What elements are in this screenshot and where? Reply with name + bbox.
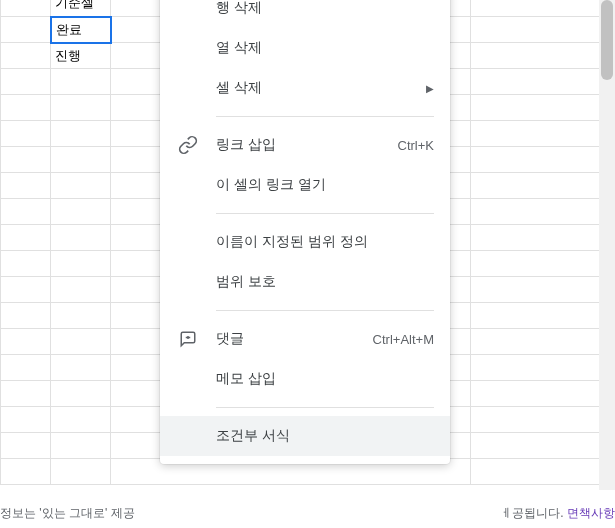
menu-item-protect-range[interactable]: 범위 보호 bbox=[160, 262, 450, 302]
selected-cell[interactable]: 완료 bbox=[51, 17, 111, 43]
menu-label: 메모 삽입 bbox=[216, 370, 434, 388]
menu-divider bbox=[216, 116, 434, 117]
row-header[interactable] bbox=[1, 0, 51, 17]
menu-label: 열 삭제 bbox=[216, 39, 434, 57]
row-header[interactable] bbox=[1, 95, 51, 121]
row-header[interactable] bbox=[1, 381, 51, 407]
cell[interactable] bbox=[471, 17, 600, 43]
menu-divider bbox=[216, 407, 434, 408]
cell[interactable]: 기준셀 bbox=[51, 0, 111, 17]
cell[interactable] bbox=[51, 147, 111, 173]
cell[interactable] bbox=[51, 199, 111, 225]
cell[interactable] bbox=[471, 251, 600, 277]
cell[interactable] bbox=[471, 407, 600, 433]
cell[interactable] bbox=[51, 355, 111, 381]
cell[interactable] bbox=[471, 303, 600, 329]
menu-item-delete-row[interactable]: 행 삭제 bbox=[160, 0, 450, 28]
menu-item-insert-note[interactable]: 메모 삽입 bbox=[160, 359, 450, 399]
menu-item-delete-cell[interactable]: 셀 삭제 ▶ bbox=[160, 68, 450, 108]
menu-shortcut: Ctrl+Alt+M bbox=[373, 332, 434, 347]
menu-label: 이름이 지정된 범위 정의 bbox=[216, 233, 434, 251]
right-grid-column bbox=[470, 0, 600, 485]
cell[interactable] bbox=[51, 251, 111, 277]
disclaimer-link[interactable]: 면책사항 bbox=[567, 506, 615, 520]
menu-label: 이 셀의 링크 열기 bbox=[216, 176, 434, 194]
row-header[interactable] bbox=[1, 199, 51, 225]
cell[interactable] bbox=[51, 225, 111, 251]
footer-left-text: 정보는 '있는 그대로' 제공 bbox=[0, 505, 135, 522]
row-header[interactable] bbox=[1, 251, 51, 277]
row-header[interactable] bbox=[1, 277, 51, 303]
cell[interactable] bbox=[471, 225, 600, 251]
vertical-scrollbar[interactable] bbox=[599, 0, 615, 490]
cell[interactable] bbox=[471, 433, 600, 459]
menu-item-conditional-format[interactable]: 조건부 서식 bbox=[160, 416, 450, 456]
menu-divider bbox=[216, 213, 434, 214]
cell[interactable] bbox=[51, 407, 111, 433]
cell[interactable] bbox=[471, 121, 600, 147]
menu-item-define-named-range[interactable]: 이름이 지정된 범위 정의 bbox=[160, 222, 450, 262]
menu-item-open-link[interactable]: 이 셀의 링크 열기 bbox=[160, 165, 450, 205]
menu-label: 링크 삽입 bbox=[216, 136, 382, 154]
cell[interactable] bbox=[51, 121, 111, 147]
row-header[interactable] bbox=[1, 121, 51, 147]
row-header[interactable] bbox=[1, 407, 51, 433]
cell[interactable] bbox=[471, 199, 600, 225]
cell[interactable] bbox=[51, 277, 111, 303]
row-header[interactable] bbox=[1, 147, 51, 173]
menu-label: 댓글 bbox=[216, 330, 357, 348]
cell[interactable] bbox=[471, 69, 600, 95]
row-header[interactable] bbox=[1, 329, 51, 355]
cell[interactable] bbox=[471, 329, 600, 355]
row-header[interactable] bbox=[1, 303, 51, 329]
row-header[interactable] bbox=[1, 433, 51, 459]
menu-shortcut: Ctrl+K bbox=[398, 138, 434, 153]
cell[interactable] bbox=[51, 95, 111, 121]
menu-item-delete-col[interactable]: 열 삭제 bbox=[160, 28, 450, 68]
cell[interactable] bbox=[471, 173, 600, 199]
cell[interactable] bbox=[51, 433, 111, 459]
footer-right-text: ㅔ공됩니다. 면책사항 bbox=[500, 505, 615, 522]
cell[interactable] bbox=[471, 277, 600, 303]
cell[interactable] bbox=[51, 303, 111, 329]
menu-item-insert-link[interactable]: 링크 삽입 Ctrl+K bbox=[160, 125, 450, 165]
cell[interactable] bbox=[471, 147, 600, 173]
cell[interactable] bbox=[51, 69, 111, 95]
context-menu: 행 삭제 열 삭제 셀 삭제 ▶ 링크 삽입 Ctrl+K 이 셀의 링크 열기… bbox=[160, 0, 450, 464]
menu-label: 셀 삭제 bbox=[216, 79, 410, 97]
scrollbar-thumb[interactable] bbox=[601, 0, 613, 80]
menu-label: 범위 보호 bbox=[216, 273, 434, 291]
cell[interactable] bbox=[51, 381, 111, 407]
cell[interactable] bbox=[471, 0, 600, 17]
cell[interactable] bbox=[51, 459, 111, 485]
row-header[interactable] bbox=[1, 173, 51, 199]
cell[interactable] bbox=[471, 459, 600, 485]
cell[interactable] bbox=[471, 43, 600, 69]
menu-label: 행 삭제 bbox=[216, 0, 434, 17]
cell[interactable] bbox=[471, 381, 600, 407]
row-header[interactable] bbox=[1, 17, 51, 43]
row-header[interactable] bbox=[1, 69, 51, 95]
cell[interactable] bbox=[51, 329, 111, 355]
link-icon bbox=[176, 133, 200, 157]
row-header[interactable] bbox=[1, 43, 51, 69]
cell[interactable] bbox=[51, 173, 111, 199]
submenu-arrow-icon: ▶ bbox=[426, 83, 434, 94]
cell[interactable] bbox=[471, 355, 600, 381]
row-header[interactable] bbox=[1, 459, 51, 485]
row-header[interactable] bbox=[1, 225, 51, 251]
menu-item-comment[interactable]: 댓글 Ctrl+Alt+M bbox=[160, 319, 450, 359]
menu-divider bbox=[216, 310, 434, 311]
comment-icon bbox=[176, 327, 200, 351]
menu-label: 조건부 서식 bbox=[216, 427, 434, 445]
cell[interactable]: 진행 bbox=[51, 43, 111, 69]
cell[interactable] bbox=[471, 95, 600, 121]
row-header[interactable] bbox=[1, 355, 51, 381]
